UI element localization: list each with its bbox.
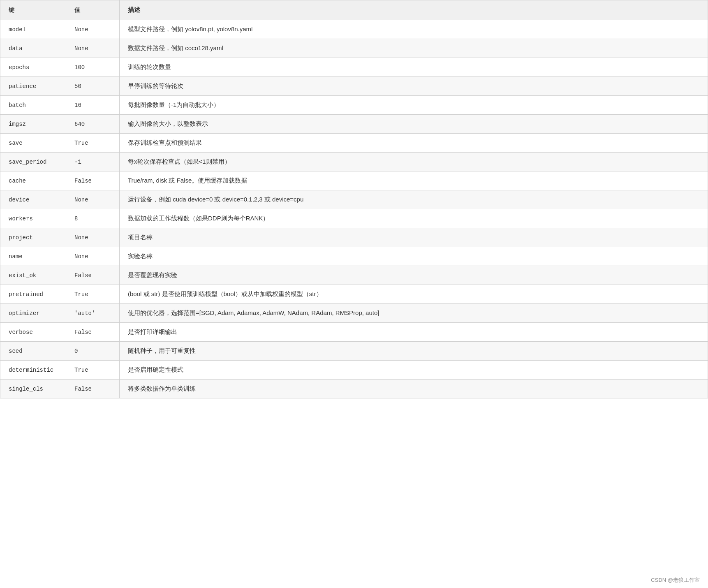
cell-desc: 随机种子，用于可重复性 <box>120 342 708 361</box>
cell-key: batch <box>0 96 66 115</box>
table-row: optimizer'auto'使用的优化器，选择范围=[SGD, Adam, A… <box>0 304 708 323</box>
cell-key: cache <box>0 171 66 190</box>
cell-value: None <box>66 228 120 247</box>
cell-key: patience <box>0 77 66 96</box>
table-row: saveTrue保存训练检查点和预测结果 <box>0 134 708 153</box>
cell-value: -1 <box>66 153 120 171</box>
table-row: dataNone数据文件路径，例如 coco128.yaml <box>0 39 708 58</box>
cell-value: False <box>66 323 120 342</box>
cell-value: 50 <box>66 77 120 96</box>
cell-key: project <box>0 228 66 247</box>
cell-desc: 早停训练的等待轮次 <box>120 77 708 96</box>
table-row: projectNone项目名称 <box>0 228 708 247</box>
header-desc: 描述 <box>120 0 708 20</box>
cell-value: None <box>66 190 120 209</box>
cell-value: 100 <box>66 58 120 77</box>
cell-key: optimizer <box>0 304 66 323</box>
cell-key: imgsz <box>0 115 66 134</box>
cell-key: save <box>0 134 66 153</box>
cell-desc: 是否打印详细输出 <box>120 323 708 342</box>
cell-desc: 运行设备，例如 cuda device=0 或 device=0,1,2,3 或… <box>120 190 708 209</box>
cell-desc: (bool 或 str) 是否使用预训练模型（bool）或从中加载权重的模型（s… <box>120 285 708 304</box>
table-row: modelNone模型文件路径，例如 yolov8n.pt, yolov8n.y… <box>0 20 708 39</box>
cell-value: False <box>66 380 120 398</box>
table-row: single_clsFalse将多类数据作为单类训练 <box>0 380 708 398</box>
table-row: exist_okFalse是否覆盖现有实验 <box>0 266 708 285</box>
table-row: save_period-1每x轮次保存检查点（如果<1则禁用） <box>0 153 708 171</box>
cell-desc: 是否覆盖现有实验 <box>120 266 708 285</box>
cell-desc: 每批图像数量（-1为自动批大小） <box>120 96 708 115</box>
cell-key: data <box>0 39 66 58</box>
cell-desc: 实验名称 <box>120 247 708 266</box>
cell-key: deterministic <box>0 361 66 380</box>
cell-key: save_period <box>0 153 66 171</box>
cell-key: name <box>0 247 66 266</box>
cell-value: False <box>66 266 120 285</box>
header-value: 值 <box>66 0 120 20</box>
table-row: deviceNone运行设备，例如 cuda device=0 或 device… <box>0 190 708 209</box>
cell-value: None <box>66 39 120 58</box>
cell-value: False <box>66 171 120 190</box>
cell-desc: 每x轮次保存检查点（如果<1则禁用） <box>120 153 708 171</box>
table-row: workers8数据加载的工作线程数（如果DDP则为每个RANK） <box>0 209 708 228</box>
watermark: CSDN @老狼工作室 <box>651 576 700 584</box>
cell-key: seed <box>0 342 66 361</box>
table-row: batch16每批图像数量（-1为自动批大小） <box>0 96 708 115</box>
cell-desc: 是否启用确定性模式 <box>120 361 708 380</box>
cell-value: None <box>66 247 120 266</box>
table-row: deterministicTrue是否启用确定性模式 <box>0 361 708 380</box>
cell-desc: 数据加载的工作线程数（如果DDP则为每个RANK） <box>120 209 708 228</box>
cell-desc: 输入图像的大小，以整数表示 <box>120 115 708 134</box>
cell-key: epochs <box>0 58 66 77</box>
table-header-row: 键 值 描述 <box>0 0 708 20</box>
cell-value: 16 <box>66 96 120 115</box>
table-row: pretrainedTrue(bool 或 str) 是否使用预训练模型（boo… <box>0 285 708 304</box>
cell-key: model <box>0 20 66 39</box>
cell-desc: 数据文件路径，例如 coco128.yaml <box>120 39 708 58</box>
cell-value: True <box>66 285 120 304</box>
cell-key: single_cls <box>0 380 66 398</box>
cell-key: exist_ok <box>0 266 66 285</box>
header-key: 键 <box>0 0 66 20</box>
cell-value: None <box>66 20 120 39</box>
cell-value: 640 <box>66 115 120 134</box>
table-row: seed0随机种子，用于可重复性 <box>0 342 708 361</box>
table-row: epochs100训练的轮次数量 <box>0 58 708 77</box>
params-table: 键 值 描述 modelNone模型文件路径，例如 yolov8n.pt, yo… <box>0 0 708 398</box>
cell-key: workers <box>0 209 66 228</box>
main-container: 键 值 描述 modelNone模型文件路径，例如 yolov8n.pt, yo… <box>0 0 708 588</box>
cell-value: 'auto' <box>66 304 120 323</box>
table-row: imgsz640输入图像的大小，以整数表示 <box>0 115 708 134</box>
cell-desc: True/ram, disk 或 False。使用缓存加载数据 <box>120 171 708 190</box>
table-row: nameNone实验名称 <box>0 247 708 266</box>
table-row: cacheFalseTrue/ram, disk 或 False。使用缓存加载数… <box>0 171 708 190</box>
cell-value: 0 <box>66 342 120 361</box>
cell-value: 8 <box>66 209 120 228</box>
table-row: verboseFalse是否打印详细输出 <box>0 323 708 342</box>
cell-desc: 使用的优化器，选择范围=[SGD, Adam, Adamax, AdamW, N… <box>120 304 708 323</box>
cell-key: device <box>0 190 66 209</box>
cell-value: True <box>66 134 120 153</box>
cell-desc: 项目名称 <box>120 228 708 247</box>
table-row: patience50早停训练的等待轮次 <box>0 77 708 96</box>
cell-desc: 将多类数据作为单类训练 <box>120 380 708 398</box>
cell-key: pretrained <box>0 285 66 304</box>
cell-desc: 保存训练检查点和预测结果 <box>120 134 708 153</box>
cell-key: verbose <box>0 323 66 342</box>
cell-desc: 训练的轮次数量 <box>120 58 708 77</box>
cell-desc: 模型文件路径，例如 yolov8n.pt, yolov8n.yaml <box>120 20 708 39</box>
cell-value: True <box>66 361 120 380</box>
